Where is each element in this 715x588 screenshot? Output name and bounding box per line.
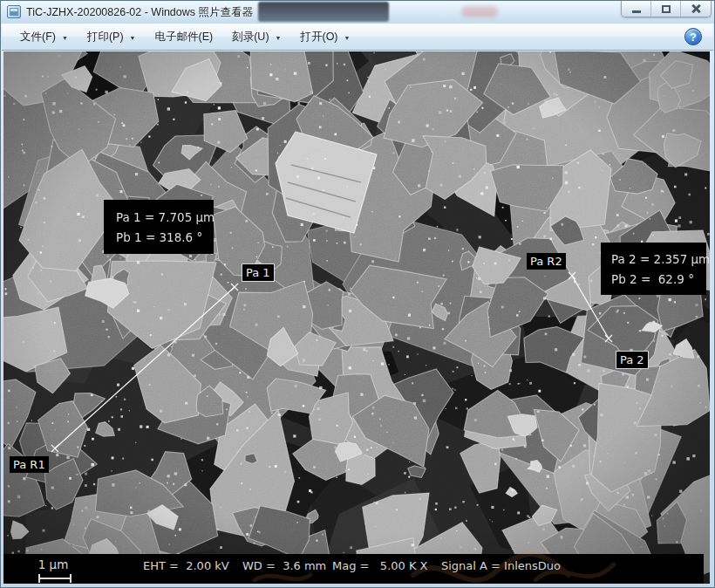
chevron-down-icon: ▼ xyxy=(62,33,68,41)
pa1-value: Pa 1 = 7.705 µm xyxy=(116,210,214,224)
label-pa-r1: Pa R1 xyxy=(10,456,49,473)
x-marker-icon xyxy=(231,284,238,291)
x-marker-icon xyxy=(51,445,58,452)
wd-value: WD = 3.6 mm xyxy=(242,559,326,572)
minimize-icon xyxy=(632,10,641,13)
titlebar[interactable]: TiC-JZHX-20200826-02 - Windows 照片查看器 xyxy=(1,1,714,24)
titlebar-glass-reflection xyxy=(258,2,389,22)
menu-file[interactable]: 文件(F) ▼ xyxy=(10,25,78,49)
window-title: TiC-JZHX-20200826-02 - Windows 照片查看器 xyxy=(26,5,253,20)
maximize-icon xyxy=(662,5,671,13)
app-icon xyxy=(7,5,21,18)
photo-viewer-window: TiC-JZHX-20200826-02 - Windows 照片查看器 文件(… xyxy=(0,0,715,588)
chevron-down-icon: ▼ xyxy=(130,33,136,41)
minimize-button[interactable] xyxy=(622,1,651,17)
chevron-down-icon: ▼ xyxy=(344,33,351,41)
pb2-value: Pb 2 = 62.9 ° xyxy=(611,272,706,286)
pb1-value: Pb 1 = 318.6 ° xyxy=(116,230,214,244)
mag-value: Mag = 5.00 K X xyxy=(332,559,428,572)
close-button[interactable] xyxy=(681,1,711,17)
menu-print-label: 打印(P) xyxy=(87,30,124,44)
menu-file-label: 文件(F) xyxy=(20,30,56,44)
close-icon xyxy=(691,3,701,14)
label-pa2: Pa 2 xyxy=(616,351,649,369)
measurement-lines xyxy=(3,51,710,584)
label-pa1: Pa 1 xyxy=(242,263,275,282)
pa2-value: Pa 2 = 2.357 µm xyxy=(611,252,706,266)
chevron-down-icon: ▼ xyxy=(276,33,282,41)
eht-value: EHT = 2.00 kV xyxy=(143,559,229,572)
caption-buttons xyxy=(621,1,712,17)
help-button[interactable]: ? xyxy=(684,28,702,45)
titlebar-watermark xyxy=(461,6,498,17)
signal-value: Signal A = InlensDuo xyxy=(441,559,561,572)
x-marker-icon xyxy=(569,272,575,279)
measurement-line-1 xyxy=(51,284,238,452)
menu-open[interactable]: 打开(O) ▼ xyxy=(290,25,359,49)
menu-burn-label: 刻录(U) xyxy=(232,30,269,44)
measurement-box-1: Pa 1 = 7.705 µm Pb 1 = 318.6 ° xyxy=(104,200,214,254)
scale-bar-icon xyxy=(38,574,72,583)
help-icon: ? xyxy=(690,31,697,44)
sem-micrograph: Pa 1 = 7.705 µm Pb 1 = 318.6 ° Pa 2 = 2.… xyxy=(3,51,710,584)
label-pa-r2: Pa R2 xyxy=(527,253,566,270)
measurement-box-2: Pa 2 = 2.357 µm Pb 2 = 62.9 ° xyxy=(601,243,706,295)
x-marker-icon xyxy=(605,335,612,342)
menubar: 文件(F) ▼ 打印(P) ▼ 电子邮件(E) 刻录(U) ▼ 打开(O) ▼ … xyxy=(2,24,713,51)
menu-email-label: 电子邮件(E) xyxy=(155,30,214,44)
menu-email[interactable]: 电子邮件(E) xyxy=(146,25,223,49)
maximize-button[interactable] xyxy=(651,1,681,17)
menu-open-label: 打开(O) xyxy=(300,30,337,44)
menu-print[interactable]: 打印(P) ▼ xyxy=(78,25,146,49)
menu-burn[interactable]: 刻录(U) ▼ xyxy=(222,25,290,49)
sem-infobar: 1 µm EHT = 2.00 kV WD = 3.6 mm Mag = 5.0… xyxy=(3,554,704,584)
scale-bar-label: 1 µm xyxy=(31,557,75,571)
